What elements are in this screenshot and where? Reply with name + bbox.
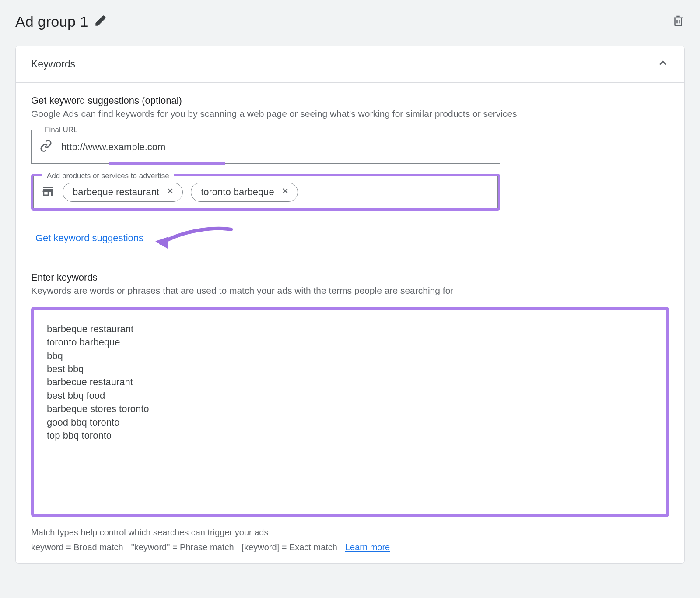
keyword-line: toronto barbeque xyxy=(47,336,653,349)
page-title: Ad group 1 xyxy=(15,13,88,30)
final-url-field[interactable]: Final URL http://www.example.com xyxy=(31,130,500,164)
storefront-icon xyxy=(42,185,55,200)
keyword-line: barbeque stores toronto xyxy=(47,402,653,415)
link-icon xyxy=(39,139,52,155)
edit-icon[interactable] xyxy=(94,14,107,29)
learn-more-link[interactable]: Learn more xyxy=(345,540,390,555)
match-types-help: Match types help control which searches … xyxy=(31,525,669,540)
phrase-match-label: "keyword" = Phrase match xyxy=(131,540,234,555)
products-highlight-box: Add products or services to advertise ba… xyxy=(31,174,500,211)
keyword-line: top bbq toronto xyxy=(47,429,653,442)
annotation-arrow xyxy=(150,226,233,250)
final-url-value: http://www.example.com xyxy=(61,141,492,153)
keywords-title: Enter keywords xyxy=(31,272,669,283)
chip-item: barbeque restaurant xyxy=(63,183,183,202)
final-url-label: Final URL xyxy=(40,126,82,134)
suggestions-desc: Google Ads can find keywords for you by … xyxy=(31,109,669,119)
keyword-line: best bbq food xyxy=(47,389,653,402)
card-header[interactable]: Keywords xyxy=(16,46,684,83)
products-label: Add products or services to advertise xyxy=(42,172,174,180)
exact-match-label: [keyword] = Exact match xyxy=(242,540,337,555)
keywords-desc: Keywords are words or phrases that are u… xyxy=(31,285,669,296)
delete-icon[interactable] xyxy=(672,14,685,29)
chevron-up-icon[interactable] xyxy=(657,57,669,71)
keywords-textarea[interactable]: barbeque restaurant toronto barbeque bbq… xyxy=(31,307,669,517)
chip-label: barbeque restaurant xyxy=(73,186,159,198)
get-suggestions-button[interactable]: Get keyword suggestions xyxy=(35,232,144,244)
close-icon[interactable] xyxy=(166,186,175,198)
keyword-line: good bbq toronto xyxy=(47,416,653,429)
broad-match-label: keyword = Broad match xyxy=(31,540,123,555)
chip-item: toronto barbeque xyxy=(191,183,298,202)
suggestions-title: Get keyword suggestions (optional) xyxy=(31,95,669,106)
keyword-line: best bbq xyxy=(47,362,653,376)
chip-label: toronto barbeque xyxy=(201,186,274,198)
close-icon[interactable] xyxy=(281,186,290,198)
products-field[interactable]: Add products or services to advertise ba… xyxy=(33,176,498,208)
card-title: Keywords xyxy=(31,58,75,70)
keyword-line: barbeque restaurant xyxy=(47,323,653,336)
keyword-line: bbq xyxy=(47,349,653,362)
keywords-card: Keywords Get keyword suggestions (option… xyxy=(15,46,685,564)
url-highlight xyxy=(108,162,225,165)
keyword-line: barbecue restaurant xyxy=(47,376,653,389)
